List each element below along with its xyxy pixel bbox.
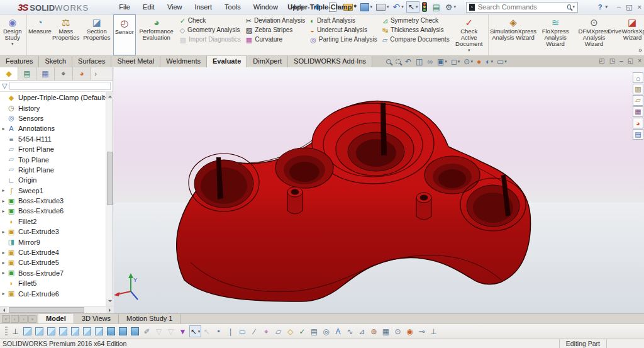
tree-filter-input[interactable] — [9, 82, 111, 90]
filter-midpoints-icon[interactable]: | — [225, 325, 237, 337]
scrollbar-thumb[interactable] — [107, 152, 113, 205]
filter-edges-icon[interactable]: ∕ — [249, 325, 261, 337]
file-explorer-icon[interactable]: ▱ — [633, 95, 643, 106]
print-icon[interactable]: ▾ — [375, 3, 391, 11]
undercut-analysis-button[interactable]: ◒ Undercut Analysis — [310, 26, 377, 34]
configurationmanager-tab[interactable]: ▦ — [36, 67, 55, 80]
tree-item-fillet5[interactable]: ◗ Fillet5 — [0, 278, 106, 288]
filter-routing-points-icon[interactable]: ⊸ — [416, 325, 428, 337]
doc-restore-icon[interactable]: ◱ — [628, 57, 633, 64]
menu-window[interactable]: Window — [247, 1, 284, 13]
clear-all-filters-icon[interactable]: ▽ — [165, 325, 177, 337]
tree-vertical-scrollbar[interactable] — [106, 92, 113, 306]
close-button[interactable]: × — [638, 3, 641, 11]
tab-surfaces[interactable]: Surfaces — [72, 56, 111, 67]
tree-item-boss-extrude3[interactable]: ▸ ▣ Boss-Extrude3 — [0, 196, 106, 206]
view-trimetric-icon[interactable] — [118, 325, 130, 337]
search-input[interactable] — [478, 3, 567, 11]
expand-arrow-icon[interactable]: ▸ — [0, 270, 7, 276]
scroll-down-icon[interactable] — [106, 299, 113, 306]
dimxpertmanager-tab[interactable]: ⌖ — [55, 67, 73, 80]
menu-help[interactable]: Help — [284, 1, 311, 13]
pin-toolbar-icon[interactable] — [314, 3, 321, 10]
tree-item-mirror9[interactable]: ◨ Mirror9 — [0, 237, 106, 247]
filter-surface-finish-icon[interactable]: ∿ — [345, 325, 357, 337]
tree-item-sweep1[interactable]: ▸ ∫ Sweep1 — [0, 186, 106, 196]
filter-datums-icon[interactable]: ⊕ — [369, 325, 380, 337]
expand-arrow-icon[interactable]: ▸ — [0, 208, 7, 214]
tree-item-cut-extrude5[interactable]: ▸ ▣ Cut-Extrude5 — [0, 257, 106, 267]
design-study-button[interactable]: ◉ Design Study ▾ — [0, 14, 27, 55]
last-tab-icon[interactable]: » — [28, 315, 36, 323]
file-properties-icon[interactable]: ▤ — [431, 2, 442, 13]
filter-toggle-icon[interactable]: ▽ — [153, 325, 165, 337]
model-canvas[interactable]: Y — [114, 67, 644, 313]
prev-tab-icon[interactable]: ‹ — [11, 315, 19, 323]
ribbon-overflow-button[interactable]: » — [638, 46, 642, 53]
expand-arrow-icon[interactable]: ▸ — [0, 198, 7, 204]
help-dropdown-caret-icon[interactable]: ▾ — [605, 4, 608, 9]
filter-planes-icon[interactable]: ▱ — [273, 325, 285, 337]
view-bottom-icon[interactable] — [82, 325, 94, 337]
filter-faces-icon[interactable]: ▭ — [237, 325, 249, 337]
expand-arrow-icon[interactable]: ▸ — [0, 291, 7, 296]
tab-features[interactable]: Features — [0, 56, 39, 67]
search-dropdown-caret-icon[interactable]: ▾ — [572, 4, 575, 9]
hide-show-items-icon[interactable]: ⊙ ▾ — [464, 58, 473, 66]
filter-coordinate-systems-icon[interactable]: ⊥ — [428, 325, 440, 337]
filter-cosmetic-threads-icon[interactable]: ⊙ — [392, 325, 404, 337]
tab-evaluate[interactable]: Evaluate — [207, 56, 247, 67]
zoom-fit-icon[interactable] — [386, 59, 392, 64]
mass-properties-button[interactable]: ⚖ Mass Properties — [51, 14, 80, 55]
deviation-analysis-button[interactable]: ✂ Deviation Analysis — [246, 17, 305, 25]
performance-evaluation-button[interactable]: ◕ Performance Evaluation — [136, 14, 177, 55]
filter-blocks-icon[interactable]: ▦ — [380, 325, 392, 337]
search-commands-box[interactable]: › ▾ — [466, 2, 578, 13]
section-view-icon[interactable]: ◫ — [416, 58, 423, 66]
section-properties-button[interactable]: ◪ Section Properties — [80, 14, 113, 55]
toolbar-grip[interactable] — [5, 327, 8, 337]
filter-balloons-icon[interactable]: ◎ — [321, 325, 333, 337]
displaymanager-tab[interactable]: ◕ — [73, 67, 91, 80]
open-document-icon[interactable]: ▾ — [342, 3, 358, 11]
motion-study-1-tab[interactable]: Motion Study 1 — [119, 314, 180, 323]
panel-tabs-overflow-button[interactable]: › — [91, 67, 100, 80]
view-orientation-icon[interactable]: ▣ ▾ — [437, 58, 447, 66]
model-tab[interactable]: Model — [38, 314, 74, 323]
update-standard-views-icon[interactable]: ⊥ — [10, 325, 22, 337]
apply-scene-icon[interactable]: ◐ ▾ — [486, 58, 493, 66]
measure-button[interactable]: ◔ Measure — [28, 14, 51, 55]
scrollbar-thumb[interactable] — [9, 307, 84, 313]
tree-item-cut-extrude3[interactable]: ▸ ▣ Cut-Extrude3 — [0, 227, 106, 237]
tab-sheet-metal[interactable]: Sheet Metal — [111, 56, 160, 67]
edit-appearance-icon[interactable]: ● — [477, 58, 482, 66]
annotation-views-icon[interactable]: ∞ — [427, 58, 433, 66]
tree-item-boss-extrude6[interactable]: ▸ ▣ Boss-Extrude6 — [0, 206, 106, 216]
display-style-icon[interactable]: ◻ ▾ — [451, 58, 460, 66]
tree-item-right-plane[interactable]: ▱ Right Plane — [0, 165, 106, 175]
new-document-icon[interactable]: ▾ — [328, 2, 341, 13]
thickness-analysis-button[interactable]: ↹ Thickness Analysis — [382, 26, 450, 34]
select-arrow-icon[interactable]: ↖ ▾ — [189, 325, 201, 337]
solidworks-resources-icon[interactable]: ⌂ — [633, 72, 643, 83]
view-right-icon[interactable] — [58, 325, 70, 337]
doc-pane-left-icon[interactable]: ◰ — [599, 57, 604, 64]
tree-item-top-plane[interactable]: ▱ Top Plane — [0, 154, 106, 164]
expand-arrow-icon[interactable]: ▸ — [0, 188, 7, 193]
previous-view-icon[interactable]: ↶ — [405, 58, 412, 66]
draft-analysis-button[interactable]: ◐ Draft Analysis — [310, 17, 377, 25]
symmetry-check-button[interactable]: ⊿ Symmetry Check — [382, 17, 450, 25]
tab-solidworks-add-ins[interactable]: SOLIDWORKS Add-Ins — [288, 56, 372, 67]
view-isometric-icon[interactable] — [106, 325, 118, 337]
filter-notes-icon[interactable]: ▤ — [309, 325, 321, 337]
filter-sketch-segments-icon[interactable]: ◇ — [285, 325, 297, 337]
appearances-icon[interactable]: ◕ — [633, 118, 643, 128]
check-active-document-button[interactable]: ✓ Check Active Document ▾ — [452, 14, 489, 55]
filter-all-icon[interactable]: ▼ — [177, 325, 189, 337]
propertymanager-tab[interactable]: ▤ — [18, 67, 36, 80]
filter-annotations-icon[interactable]: A — [333, 325, 345, 337]
menu-tools[interactable]: Tools — [218, 1, 247, 13]
geometry-analysis-button[interactable]: ◇ Geometry Analysis — [180, 26, 241, 34]
save-icon[interactable]: ▾ — [359, 3, 374, 12]
view-back-icon[interactable] — [34, 325, 46, 337]
